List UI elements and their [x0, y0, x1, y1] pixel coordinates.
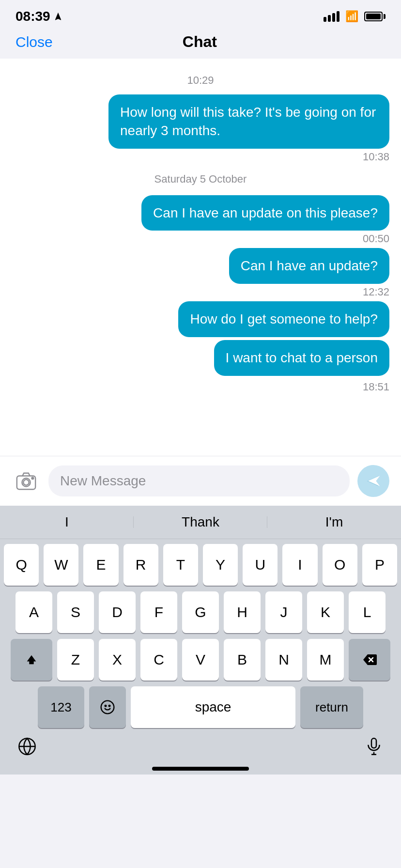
shift-icon: [25, 653, 38, 666]
nav-bar: Close Chat: [0, 29, 401, 59]
status-icons: 📶: [324, 10, 386, 23]
message-input[interactable]: New Message: [48, 465, 350, 496]
key-h[interactable]: H: [224, 591, 261, 633]
key-y[interactable]: Y: [203, 544, 238, 586]
key-q[interactable]: Q: [4, 544, 39, 586]
predictive-word-thank[interactable]: Thank: [134, 512, 267, 532]
message-group-4: How do I get someone to help? I want to …: [12, 301, 389, 393]
space-key[interactable]: space: [131, 686, 295, 728]
svg-point-3: [32, 477, 34, 479]
day-separator: Saturday 5 October: [12, 173, 389, 186]
predictive-word-im[interactable]: I'm: [267, 512, 401, 532]
close-button[interactable]: Close: [15, 34, 53, 50]
svg-point-6: [105, 705, 107, 707]
status-bar: 08:39 📶: [0, 0, 401, 29]
send-icon: [366, 473, 381, 489]
key-z[interactable]: Z: [57, 639, 94, 681]
microphone-button[interactable]: [364, 737, 384, 758]
key-k[interactable]: K: [307, 591, 344, 633]
message-row-1: How long will this take? It's be going o…: [12, 94, 389, 163]
predictive-bar: I Thank I'm: [0, 506, 401, 539]
key-x[interactable]: X: [99, 639, 136, 681]
bottom-bar: [0, 730, 401, 762]
message-row-2: Can I have an update on this please? 00:…: [12, 195, 389, 246]
message-row-3: Can I have an update? 12:32: [12, 248, 389, 298]
message-time-1: 10:38: [363, 151, 389, 163]
key-j[interactable]: J: [265, 591, 302, 633]
svg-point-2: [23, 480, 29, 485]
shift-key[interactable]: [11, 639, 52, 681]
key-row-4: 123 space return: [4, 686, 397, 728]
message-bubble-4b: I want to chat to a person: [214, 340, 389, 376]
key-m[interactable]: M: [307, 639, 344, 681]
message-time-3: 12:32: [363, 286, 389, 298]
key-o[interactable]: O: [323, 544, 357, 586]
home-indicator: [0, 762, 401, 775]
key-l[interactable]: L: [349, 591, 386, 633]
page-title: Chat: [183, 33, 217, 51]
key-row-2: A S D F G H J K L: [4, 591, 397, 633]
camera-button[interactable]: [12, 466, 41, 496]
key-n[interactable]: N: [265, 639, 302, 681]
status-time: 08:39: [15, 9, 63, 24]
location-icon: [53, 12, 63, 21]
key-row-3: Z X C V B N M: [4, 639, 397, 681]
svg-marker-4: [368, 476, 380, 486]
key-r[interactable]: R: [123, 544, 158, 586]
input-area: New Message: [0, 456, 401, 506]
key-w[interactable]: W: [44, 544, 78, 586]
message-bubble-3: Can I have an update?: [229, 248, 389, 284]
predictive-word-i[interactable]: I: [0, 512, 134, 532]
key-g[interactable]: G: [182, 591, 219, 633]
time-display: 08:39: [15, 9, 50, 24]
timestamp-1029: 10:29: [12, 74, 389, 87]
key-i[interactable]: I: [282, 544, 317, 586]
send-button[interactable]: [357, 465, 389, 497]
key-c[interactable]: C: [140, 639, 177, 681]
key-s[interactable]: S: [57, 591, 94, 633]
delete-key[interactable]: [349, 639, 390, 681]
num-key[interactable]: 123: [38, 686, 84, 728]
key-d[interactable]: D: [99, 591, 136, 633]
chat-area: 10:29 How long will this take? It's be g…: [0, 59, 401, 456]
message-bubble-2: Can I have an update on this please?: [141, 195, 389, 231]
signal-icon: [324, 11, 339, 22]
message-time-4: 18:51: [363, 381, 389, 393]
message-bubble-4a: How do I get someone to help?: [178, 301, 389, 337]
battery-icon: [364, 12, 386, 21]
home-bar: [152, 767, 249, 771]
svg-point-5: [101, 701, 114, 714]
keyboard: I Thank I'm Q W E R T Y U I O P A S D F …: [0, 506, 401, 775]
wifi-icon: 📶: [345, 10, 358, 23]
key-rows: Q W E R T Y U I O P A S D F G H J K L: [0, 539, 401, 730]
key-e[interactable]: E: [83, 544, 118, 586]
microphone-icon: [364, 737, 384, 756]
key-a[interactable]: A: [15, 591, 52, 633]
key-u[interactable]: U: [243, 544, 278, 586]
globe-button[interactable]: [17, 737, 37, 758]
key-v[interactable]: V: [182, 639, 219, 681]
svg-point-7: [109, 705, 110, 707]
message-time-2: 00:50: [363, 232, 389, 245]
emoji-key[interactable]: [89, 686, 126, 728]
globe-icon: [17, 737, 37, 756]
delete-icon: [362, 654, 377, 665]
message-bubble-1: How long will this take? It's be going o…: [108, 94, 389, 149]
svg-rect-9: [371, 738, 376, 748]
return-key[interactable]: return: [300, 686, 363, 728]
emoji-icon: [100, 699, 115, 715]
message-placeholder: New Message: [60, 473, 146, 489]
key-row-1: Q W E R T Y U I O P: [4, 544, 397, 586]
key-p[interactable]: P: [362, 544, 397, 586]
key-b[interactable]: B: [224, 639, 261, 681]
key-t[interactable]: T: [163, 544, 198, 586]
key-f[interactable]: F: [140, 591, 177, 633]
camera-icon: [15, 470, 37, 492]
